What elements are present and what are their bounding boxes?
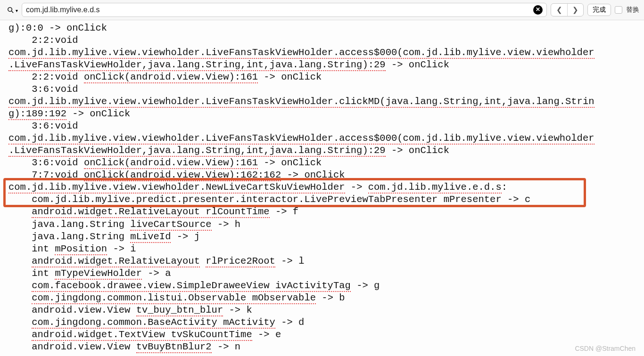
code-line: .LiveFansTaskViewHolder,java.lang.String…	[8, 59, 643, 71]
next-match-button[interactable]: ❯	[567, 4, 583, 16]
code-line: com.jingdong.common.listui.Observable mO…	[8, 292, 643, 304]
code-line: android.widget.RelativeLayout rlCountTim…	[8, 206, 643, 218]
code-view[interactable]: g):0:0 -> onClick 2:2:voidcom.jd.lib.myl…	[0, 20, 644, 356]
code-line: com.jingdong.common.BaseActivity mActivi…	[8, 316, 643, 329]
code-line: android.view.View tv_buy_btn_blur -> k	[8, 304, 643, 316]
svg-point-0	[8, 7, 12, 11]
clear-search-icon[interactable]: ✕	[533, 5, 543, 15]
code-line: com.jd.lib.mylive.view.viewholder.NewLiv…	[8, 181, 643, 194]
code-line: android.widget.RelativeLayout rlPrice2Ro…	[8, 255, 643, 267]
code-line: 2:2:void	[8, 34, 643, 47]
find-bar: ▾ ✕ ❮ ❯ 完成 替换	[0, 0, 644, 20]
chevron-down-icon[interactable]: ▾	[16, 8, 18, 14]
search-field-wrap: ✕	[22, 3, 547, 17]
code-line: 7:7:void onClick(android.view.View):162:…	[8, 169, 643, 181]
code-line: com.jd.lib.mylive.view.viewholder.LiveFa…	[8, 47, 643, 59]
code-line: com.jd.lib.mylive.view.viewholder.LiveFa…	[8, 132, 643, 145]
code-line: 3:6:void	[8, 120, 643, 132]
code-line: 3:6:void onClick(android.view.View):161 …	[8, 157, 643, 169]
svg-line-1	[11, 11, 13, 13]
search-input[interactable]	[26, 6, 533, 14]
watermark: CSDN @StramChen	[575, 345, 636, 353]
prev-next-group: ❮ ❯	[551, 3, 584, 16]
code-line: g):0:0 -> onClick	[8, 22, 643, 34]
done-button[interactable]: 完成	[587, 4, 611, 16]
code-line: int mPosition -> i	[8, 243, 643, 255]
replace-checkbox[interactable]	[615, 6, 622, 14]
code-line: android.widget.TextView tvSkuCountTime -…	[8, 329, 643, 341]
code-line: com.facebook.drawee.view.SimpleDraweeVie…	[8, 280, 643, 292]
code-line: java.lang.String liveCartSource -> h	[8, 218, 643, 231]
code-line: .LiveFansTaskViewHolder,java.lang.String…	[8, 145, 643, 157]
code-line: g):189:192 -> onClick	[8, 108, 643, 120]
code-line: 2:2:void onClick(android.view.View):161 …	[8, 71, 643, 83]
code-line: android.view.View tvBuyBtnBlur2 -> n	[8, 341, 643, 353]
code-line: java.lang.String mLiveId -> j	[8, 231, 643, 243]
code-line: com.jd.lib.mylive.view.viewholder.LiveFa…	[8, 96, 643, 108]
code-line: 3:6:void	[8, 83, 643, 96]
search-icon[interactable]: ▾	[7, 6, 18, 14]
code-line: com.jd.lib.mylive.predict.presenter.inte…	[8, 194, 643, 206]
replace-label: 替换	[626, 6, 639, 14]
code-line: int mTypeViewHolder -> a	[8, 267, 643, 280]
prev-match-button[interactable]: ❮	[551, 4, 567, 16]
